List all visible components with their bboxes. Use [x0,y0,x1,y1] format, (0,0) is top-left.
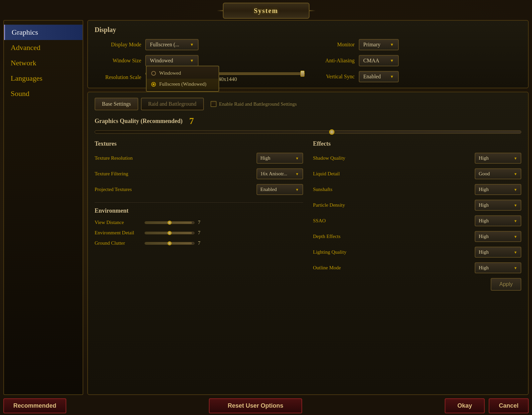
liquid-detail-dropdown[interactable]: Good ▼ [475,168,521,179]
projected-textures-arrow-icon: ▼ [295,188,299,192]
ground-clutter-slider[interactable] [145,242,195,245]
liquid-detail-label: Liquid Detail [313,171,340,177]
bottom-right-buttons: Okay Cancel [445,398,529,413]
environment-detail-value: 7 [198,230,205,236]
projected-textures-row: Projected Textures Enabled ▼ [95,184,303,195]
texture-filtering-arrow-icon: ▼ [295,172,299,176]
apply-button[interactable]: Apply [491,278,521,291]
sidebar-item-advanced[interactable]: Advanced [4,40,83,55]
particle-density-dropdown[interactable]: High ▼ [475,200,521,211]
ground-clutter-thumb[interactable] [168,241,172,245]
sidebar: Graphics Advanced Network Languages Soun… [3,20,83,395]
texture-filtering-row: Texture Filtering 16x Anisotr... ▼ [95,168,303,179]
environment-title: Environment [95,207,303,214]
vertical-sync-row: Vertical Sync Enabled ▼ [311,71,522,82]
ssao-label: SSAO [313,218,326,224]
ssao-arrow-icon: ▼ [514,219,517,223]
environment-detail-row: Environment Detail 7 [95,230,303,236]
tab-base-settings[interactable]: Base Settings [95,98,138,110]
quality-slider-thumb[interactable] [329,129,334,135]
environment-detail-slider[interactable] [145,232,195,234]
window-size-arrow-icon: ▼ [190,58,194,63]
bottom-center: Reset User Options [66,398,445,413]
window-size-option-windowed[interactable]: Windowed [147,68,219,79]
resolution-scale-label: Resolution Scale [95,74,141,80]
window-size-menu: Windowed Fullscreen (Windowed) [146,66,219,92]
window-size-row: Window Size Windowed ▼ Windowed [95,55,305,66]
outline-mode-dropdown[interactable]: High ▼ [475,262,521,273]
shadow-quality-row: Shadow Quality High ▼ [313,153,522,164]
apply-row: Apply [313,278,522,291]
texture-filtering-label: Texture Filtering [95,171,128,177]
sunshafts-arrow-icon: ▼ [514,188,517,192]
recommended-button[interactable]: Recommended [3,398,66,413]
anti-aliasing-dropdown[interactable]: CMAA ▼ [359,55,399,66]
quality-slider[interactable] [95,130,521,134]
enable-raid-label: Enable Raid and Battleground Settings [219,101,297,107]
shadow-quality-label: Shadow Quality [313,155,345,161]
okay-button[interactable]: Okay [445,398,485,413]
ground-clutter-value: 7 [198,240,205,246]
content-area: Display Display Mode Fullscreen (... ▼ M… [87,20,529,395]
resolution-scale-thumb[interactable] [300,71,304,77]
quality-value: 7 [189,116,194,126]
title-bar: System [223,3,309,19]
enable-raid-checkbox[interactable] [211,101,217,107]
depth-effects-row: Depth Effects High ▼ [313,231,522,242]
textures-title: Textures [95,140,303,147]
display-mode-row: Display Mode Fullscreen (... ▼ [95,39,305,50]
quality-title: Graphics Quality (Recommended) [95,118,183,125]
display-section-title: Display [95,26,521,34]
enable-raid-checkbox-group: Enable Raid and Battleground Settings [211,101,297,107]
ssao-dropdown[interactable]: High ▼ [475,215,521,226]
effects-title: Effects [313,140,522,147]
vertical-sync-dropdown[interactable]: Enabled ▼ [359,71,399,82]
lighting-quality-row: Lighting Quality High ▼ [313,247,522,258]
monitor-arrow-icon: ▼ [390,42,394,47]
sidebar-item-sound[interactable]: Sound [4,86,83,101]
monitor-row: Monitor Primary ▼ [311,39,522,50]
liquid-detail-arrow-icon: ▼ [514,172,517,176]
projected-textures-dropdown[interactable]: Enabled ▼ [257,184,303,195]
environment-detail-label: Environment Detail [95,230,141,236]
main-container: Graphics Advanced Network Languages Soun… [3,20,529,395]
sidebar-item-languages[interactable]: Languages [4,71,83,86]
sidebar-item-graphics[interactable]: Graphics [4,25,83,40]
sunshafts-dropdown[interactable]: High ▼ [475,184,521,195]
sunshafts-label: Sunshafts [313,187,332,192]
view-distance-label: View Distance [95,220,141,225]
quality-header: Graphics Quality (Recommended) 7 [95,116,521,126]
depth-effects-dropdown[interactable]: High ▼ [475,231,521,242]
window-size-option-fullscreen-windowed[interactable]: Fullscreen (Windowed) [147,79,219,90]
monitor-dropdown[interactable]: Primary ▼ [359,39,399,50]
projected-textures-label: Projected Textures [95,187,132,192]
bottom-bar: Recommended Reset User Options Okay Canc… [3,396,529,415]
vertical-sync-label: Vertical Sync [311,74,355,80]
sidebar-item-network[interactable]: Network [4,55,83,71]
tab-raid[interactable]: Raid and Battleground [141,98,204,110]
shadow-quality-dropdown[interactable]: High ▼ [475,153,521,164]
tabs-row: Base Settings Raid and Battleground Enab… [95,98,521,110]
window-size-dropdown[interactable]: Windowed ▼ Windowed [145,55,199,66]
texture-resolution-row: Texture Resolution High ▼ [95,153,303,164]
display-mode-dropdown[interactable]: Fullscreen (... ▼ [145,39,199,50]
texture-resolution-label: Texture Resolution [95,155,133,161]
view-distance-thumb[interactable] [168,221,172,225]
env-divider [95,202,303,203]
display-panel: Display Display Mode Fullscreen (... ▼ M… [87,20,529,88]
ssao-row: SSAO High ▼ [313,215,522,226]
lighting-quality-arrow-icon: ▼ [514,250,517,254]
environment-detail-thumb[interactable] [168,231,172,235]
view-distance-row: View Distance 7 [95,220,303,225]
texture-resolution-dropdown[interactable]: High ▼ [257,153,303,164]
display-mode-arrow-icon: ▼ [190,42,194,47]
view-distance-slider[interactable] [145,221,195,224]
reset-button[interactable]: Reset User Options [209,398,302,413]
cancel-button[interactable]: Cancel [489,398,529,413]
texture-filtering-dropdown[interactable]: 16x Anisotr... ▼ [257,168,303,179]
lighting-quality-dropdown[interactable]: High ▼ [475,247,521,258]
particle-density-label: Particle Density [313,202,345,208]
right-column: Effects Shadow Quality High ▼ Liquid Det… [313,140,522,291]
outline-mode-arrow-icon: ▼ [514,266,517,270]
texture-resolution-arrow-icon: ▼ [295,156,299,160]
